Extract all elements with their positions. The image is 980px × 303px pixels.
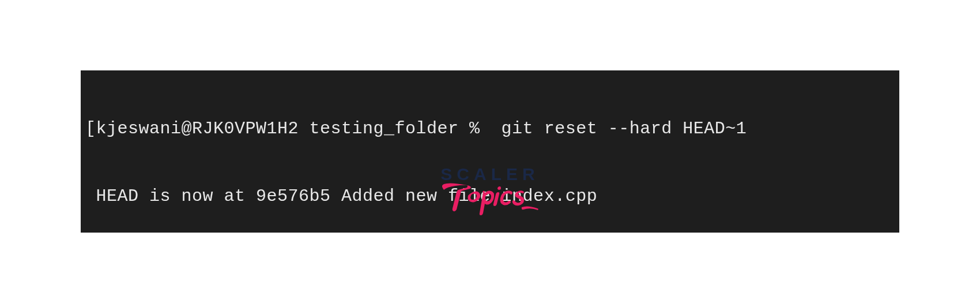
logo: SCALER <box>438 164 542 219</box>
logo-topics-text <box>438 179 542 219</box>
terminal-line-1: [kjeswani@RJK0VPW1H2 testing_folder % gi… <box>85 118 895 140</box>
